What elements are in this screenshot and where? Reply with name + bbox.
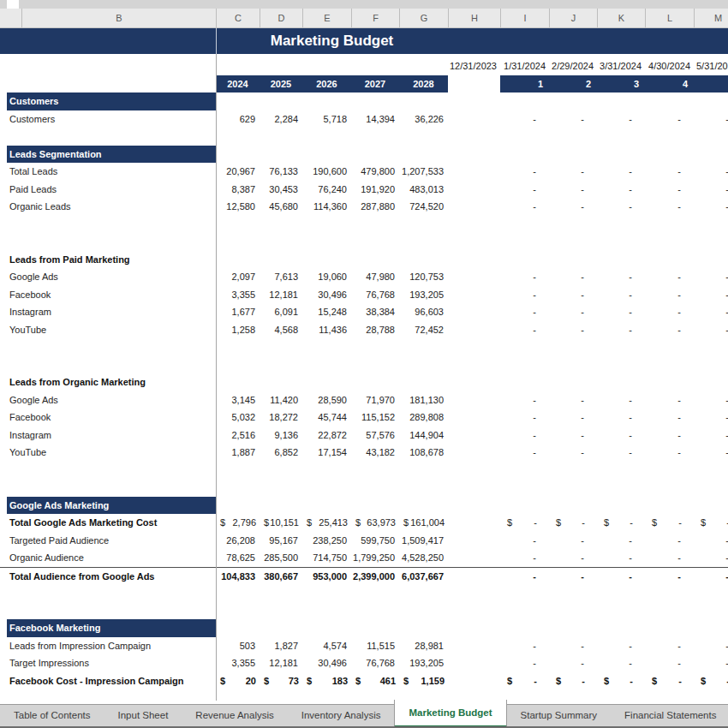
value-cell[interactable]: 104,833	[216, 568, 260, 585]
value-cell[interactable]: 3,355	[216, 286, 260, 304]
value-cell[interactable]: 72,452	[399, 321, 448, 339]
value-cell[interactable]: 2,097	[216, 268, 260, 286]
year-cell[interactable]: 2027	[351, 75, 399, 92]
value-cell[interactable]: 108,678	[399, 444, 448, 462]
row-label-cell[interactable]	[7, 602, 216, 620]
month-value-cell[interactable]: -	[500, 198, 549, 216]
tab-startup-summary[interactable]: Startup Summary	[507, 704, 611, 728]
month-value-cell[interactable]: -	[694, 110, 728, 128]
date-cell[interactable]: 12/31/2023	[448, 57, 500, 75]
month-value-cell[interactable]: -	[549, 409, 597, 427]
month-value-cell[interactable]: -	[500, 654, 549, 672]
value-cell[interactable]: 30,496	[302, 654, 351, 672]
value-cell[interactable]: 4,568	[260, 321, 302, 339]
value-cell[interactable]: 76,133	[260, 163, 302, 181]
value-cell[interactable]: 953,000	[302, 568, 351, 585]
value-cell[interactable]: $20	[216, 672, 260, 690]
month-value-cell[interactable]: -	[500, 532, 549, 550]
value-cell[interactable]: 120,753	[399, 268, 448, 286]
month-value-cell[interactable]: -	[549, 268, 597, 286]
month-number-cell[interactable]: 3	[597, 75, 645, 92]
month-value-cell[interactable]: -	[597, 181, 645, 199]
value-cell[interactable]: $183	[302, 672, 351, 690]
month-value-cell[interactable]: -	[694, 321, 728, 339]
month-value-cell[interactable]: -	[645, 409, 694, 427]
spacer-cell[interactable]	[448, 672, 500, 690]
spacer-cell[interactable]	[448, 286, 500, 304]
month-value-cell[interactable]: -	[597, 409, 645, 427]
value-cell[interactable]: 144,904	[399, 427, 448, 445]
value-cell[interactable]: 18,272	[260, 409, 302, 427]
month-value-cell[interactable]: -	[645, 444, 694, 462]
year-cell[interactable]: 2028	[399, 75, 448, 92]
row-label-cell[interactable]: Total Audience from Google Ads	[7, 568, 216, 585]
spacer-cell[interactable]	[448, 163, 500, 181]
month-value-cell[interactable]: -	[645, 637, 694, 655]
month-value-cell[interactable]: -	[597, 321, 645, 339]
month-value-cell[interactable]: -	[500, 321, 549, 339]
month-value-cell[interactable]: -	[549, 286, 597, 304]
month-value-cell[interactable]: $-	[694, 672, 728, 690]
value-cell[interactable]: 8,387	[216, 181, 260, 199]
month-value-cell[interactable]: -	[645, 549, 694, 567]
value-cell[interactable]: 3,355	[216, 654, 260, 672]
spacer-cell[interactable]	[448, 110, 500, 128]
date-cell[interactable]: 4/30/2024	[645, 57, 694, 75]
row-label-cell[interactable]: Paid Leads	[7, 181, 216, 199]
row-label-cell[interactable]: Leads from Organic Marketing	[7, 373, 216, 391]
row-label-cell[interactable]	[7, 128, 216, 146]
value-cell[interactable]: 30,496	[302, 286, 351, 304]
spacer-cell[interactable]	[448, 637, 500, 655]
row-label-cell[interactable]: Google Ads	[7, 391, 216, 409]
value-cell[interactable]: 193,205	[399, 286, 448, 304]
month-value-cell[interactable]: $-	[694, 514, 728, 532]
value-cell[interactable]: 380,667	[260, 568, 302, 585]
row-label-cell[interactable]: Facebook	[7, 409, 216, 427]
month-value-cell[interactable]: -	[549, 198, 597, 216]
row-label-cell[interactable]: YouTube	[7, 444, 216, 462]
month-value-cell[interactable]: -	[694, 568, 728, 585]
column-header-M[interactable]: M	[694, 9, 728, 27]
month-value-cell[interactable]: -	[500, 163, 549, 181]
value-cell[interactable]: 629	[216, 110, 260, 128]
month-value-cell[interactable]: -	[597, 654, 645, 672]
spacer-cell[interactable]	[448, 321, 500, 339]
row-label-cell[interactable]: Organic Audience	[7, 549, 216, 567]
value-cell[interactable]: 2,284	[260, 110, 302, 128]
year-cell[interactable]: 2025	[260, 75, 302, 92]
value-cell[interactable]: 95,167	[260, 532, 302, 550]
month-value-cell[interactable]: -	[500, 637, 549, 655]
row-label-cell[interactable]: Facebook	[7, 286, 216, 304]
year-cell[interactable]: 2024	[216, 75, 260, 92]
month-value-cell[interactable]: -	[645, 286, 694, 304]
row-label-cell[interactable]: Google Ads	[7, 268, 216, 286]
month-value-cell[interactable]: -	[645, 198, 694, 216]
value-cell[interactable]: 28,590	[302, 391, 351, 409]
month-value-cell[interactable]: -	[500, 181, 549, 199]
value-cell[interactable]: 1,207,533	[399, 163, 448, 181]
month-value-cell[interactable]: -	[694, 303, 728, 321]
month-value-cell[interactable]: -	[549, 181, 597, 199]
value-cell[interactable]: 11,436	[302, 321, 351, 339]
value-cell[interactable]: 289,808	[399, 409, 448, 427]
column-header-B[interactable]: B	[21, 9, 216, 27]
month-value-cell[interactable]: -	[549, 110, 597, 128]
month-value-cell[interactable]: -	[597, 163, 645, 181]
tab-inventory-analysis[interactable]: Inventory Analysis	[288, 704, 395, 728]
value-cell[interactable]: 11,515	[351, 637, 399, 655]
value-cell[interactable]: 45,680	[260, 198, 302, 216]
month-value-cell[interactable]: -	[694, 532, 728, 550]
month-value-cell[interactable]: -	[645, 163, 694, 181]
value-cell[interactable]: 11,420	[260, 391, 302, 409]
row-label-cell[interactable]	[7, 216, 216, 234]
month-value-cell[interactable]: -	[694, 198, 728, 216]
month-value-cell[interactable]: -	[500, 110, 549, 128]
month-value-cell[interactable]: -	[597, 637, 645, 655]
value-cell[interactable]: 6,037,667	[399, 568, 448, 585]
spacer-cell[interactable]	[448, 444, 500, 462]
month-value-cell[interactable]: -	[549, 391, 597, 409]
value-cell[interactable]: 43,182	[351, 444, 399, 462]
column-header-K[interactable]: K	[597, 9, 645, 27]
date-cell[interactable]: 5/31/2024	[694, 57, 728, 75]
value-cell[interactable]: 12,181	[260, 286, 302, 304]
